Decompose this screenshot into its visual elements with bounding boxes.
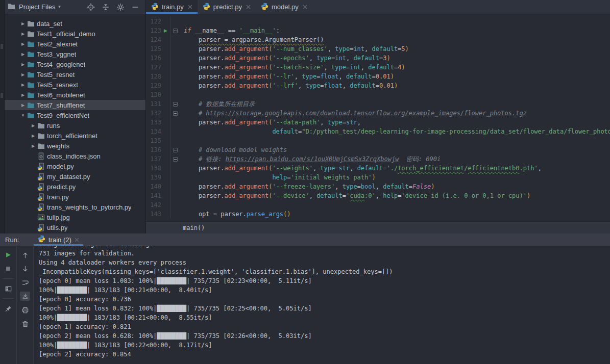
code-text — [180, 136, 184, 145]
tree-item-label: Test4_googlenet — [37, 61, 85, 68]
tab-train-py[interactable]: train.py — [146, 0, 198, 14]
folder-gray-icon — [27, 20, 37, 27]
code-text: parser.add_argument('--data-path', type=… — [180, 118, 361, 127]
code-editor[interactable]: 122123▶if __name__ == '__main__':124 par… — [146, 14, 610, 223]
chevron-collapsed-icon[interactable]: ▶ — [19, 21, 27, 26]
close-icon[interactable] — [303, 5, 307, 9]
up-icon[interactable] — [20, 250, 30, 259]
tree-item-class-indices-json[interactable]: class_indices.json — [5, 151, 145, 161]
tab-predict-py[interactable]: predict.py — [198, 0, 256, 14]
fold-marker[interactable] — [170, 154, 180, 164]
run-tab[interactable]: train (2) — [34, 233, 83, 246]
close-icon[interactable] — [75, 238, 79, 242]
tree-item-data-set[interactable]: ▶data_set — [5, 18, 145, 29]
gutter-slot — [161, 72, 170, 81]
settings-icon[interactable] — [116, 3, 125, 11]
tree-item-test9-efficientnet[interactable]: ▼Test9_efficientNet — [5, 110, 145, 120]
fold-marker[interactable] — [170, 145, 180, 154]
chevron-collapsed-icon[interactable]: ▶ — [19, 83, 27, 87]
code-text: default="D:/python_test/deep-learning-fo… — [180, 127, 610, 136]
tree-item-predict-py[interactable]: predict.py — [5, 181, 145, 192]
clear-icon[interactable] — [20, 319, 30, 328]
console-output[interactable]: using 2939 images for training.731 image… — [34, 246, 610, 364]
chevron-collapsed-icon[interactable]: ▶ — [19, 72, 27, 77]
folder-teal-icon — [27, 112, 37, 119]
panel-toolbar — [87, 3, 139, 11]
tree-item-test5-resnext[interactable]: ▶Test5_resnext — [5, 80, 145, 90]
tree-item-train-py[interactable]: train.py — [5, 192, 145, 202]
tree-item-test4-googlenet[interactable]: ▶Test4_googlenet — [5, 59, 145, 69]
down-icon[interactable] — [20, 264, 30, 273]
chevron-collapsed-icon[interactable]: ▶ — [29, 123, 37, 128]
line-number: 140 — [146, 182, 161, 191]
tab-label: predict.py — [213, 3, 242, 11]
run-icon[interactable] — [3, 250, 13, 259]
run-line-icon[interactable]: ▶ — [161, 26, 170, 35]
tree-item-trans-weights-to-pytorch-py[interactable]: trans_weights_to_pytorch.py — [5, 202, 145, 212]
chevron-collapsed-icon[interactable]: ▶ — [19, 32, 27, 36]
chevron-expanded-icon[interactable]: ▼ — [19, 113, 27, 118]
python-file-icon — [37, 203, 47, 211]
code-line-140: 140 parser.add_argument('--freeze-layers… — [146, 182, 610, 191]
tool-window-stripe[interactable] — [0, 0, 5, 233]
tree-item-label: Test1_official_demo — [37, 30, 95, 38]
close-icon[interactable] — [188, 5, 192, 9]
gutter-slot — [161, 118, 170, 127]
line-number: 126 — [146, 54, 161, 63]
chevron-collapsed-icon[interactable]: ▶ — [19, 52, 27, 57]
tree-item-runs[interactable]: ▶runs — [5, 120, 145, 131]
locate-icon[interactable] — [87, 3, 95, 11]
tree-item-weights[interactable]: ▶weights — [5, 141, 145, 151]
tree-item-tulip-jpg[interactable]: tulip.jpg — [5, 212, 145, 222]
sticky-line-text: main() — [146, 224, 205, 231]
tree-item-test2-alexnet[interactable]: ▶Test2_alexnet — [5, 39, 145, 49]
print-icon[interactable] — [20, 305, 30, 315]
tree-item-my-dataset-py[interactable]: my_dataset.py — [5, 171, 145, 181]
tree-item-model-py[interactable]: model.py — [5, 161, 145, 171]
stop-icon[interactable] — [3, 264, 13, 273]
toolbar-separator — [3, 298, 14, 299]
gutter-slot — [161, 63, 170, 72]
fold-marker[interactable] — [170, 99, 180, 109]
tree-item-torch-efficientnet[interactable]: ▶torch_efficientnet — [5, 131, 145, 141]
collapse-all-icon[interactable] — [102, 3, 110, 11]
gutter-slot — [161, 109, 170, 118]
code-text: parser.add_argument('--freeze-layers', t… — [180, 182, 434, 191]
tree-item-test1-official-demo[interactable]: ▶Test1_official_demo — [5, 29, 145, 39]
tree-item-label: torch_efficientnet — [47, 132, 97, 140]
python-icon — [151, 3, 159, 12]
hide-icon[interactable] — [131, 3, 139, 11]
chevron-down-icon[interactable]: ▼ — [58, 5, 62, 9]
project-panel: Project Files ▼ ▶data_set▶Test1_official… — [5, 0, 146, 233]
chevron-collapsed-icon[interactable]: ▶ — [19, 62, 27, 67]
fold-slot — [170, 173, 180, 182]
tree-item-utils-py[interactable]: utils.py — [5, 222, 145, 232]
chevron-collapsed-icon[interactable]: ▶ — [19, 42, 27, 46]
fold-slot — [170, 210, 180, 219]
chevron-collapsed-icon[interactable]: ▶ — [19, 93, 27, 97]
chevron-collapsed-icon[interactable]: ▶ — [29, 144, 37, 148]
pin-icon[interactable] — [3, 304, 13, 313]
line-number: 123 — [146, 26, 161, 35]
tree-item-test3-vggnet[interactable]: ▶Test3_vggnet — [5, 49, 145, 59]
code-line-142: 142 — [146, 200, 610, 210]
tree-item-test7-shufflenet[interactable]: ▶Test7_shufflenet — [5, 100, 145, 110]
tree-item-test6-mobilenet[interactable]: ▶Test6_mobilenet — [5, 90, 145, 100]
chevron-collapsed-icon[interactable]: ▶ — [29, 134, 37, 138]
tab-model-py[interactable]: model.py — [256, 0, 312, 14]
restore-layout-icon[interactable] — [3, 284, 13, 293]
close-icon[interactable] — [246, 5, 251, 9]
fold-marker[interactable] — [170, 26, 180, 35]
python-file-icon — [37, 224, 47, 231]
soft-wrap-icon[interactable] — [20, 278, 30, 287]
line-number: 133 — [146, 118, 161, 127]
run-toolwindow-header: Run: train (2) — [0, 233, 610, 246]
chevron-collapsed-icon[interactable]: ▶ — [19, 103, 27, 108]
tree-item-test5-resnet[interactable]: ▶Test5_resnet — [5, 69, 145, 80]
folder-gray-icon — [37, 122, 47, 129]
scroll-to-end-icon[interactable] — [20, 292, 30, 301]
project-view-title[interactable]: Project Files — [19, 3, 56, 11]
fold-marker[interactable] — [170, 109, 180, 118]
code-text: parser.add_argument('--epochs', type=int… — [180, 54, 391, 63]
code-line-136: 136 # download model weights — [146, 145, 610, 154]
